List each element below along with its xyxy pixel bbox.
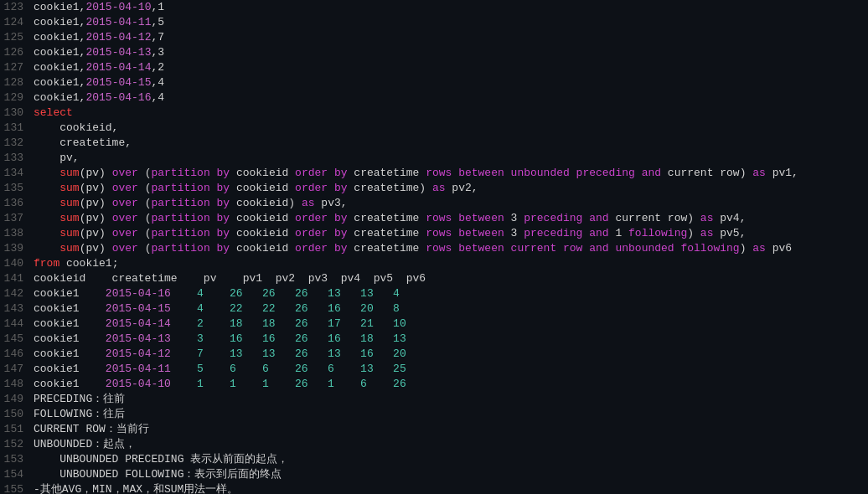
code-token: 2015-04-10 <box>106 378 171 390</box>
table-row: 142cookie1 2015-04-16 4 26 26 26 13 13 4 <box>0 286 868 301</box>
code-token: ( <box>138 197 152 209</box>
code-token: 4 26 26 26 13 13 4 <box>171 287 400 300</box>
line-content: createtime, <box>34 136 861 151</box>
code-token: sum <box>59 227 79 239</box>
code-token: 2015-04-16 <box>106 287 171 300</box>
code-token: row <box>563 242 582 255</box>
code-token: and <box>589 242 608 255</box>
code-token: as <box>752 242 766 255</box>
code-token: pv6 <box>766 242 792 255</box>
code-token: preceding <box>524 227 582 239</box>
line-number: 142 <box>0 286 34 301</box>
code-token: current <box>504 242 563 255</box>
line-number: 134 <box>0 166 34 181</box>
line-number: 140 <box>0 256 34 271</box>
code-token: cookieid <box>230 242 295 255</box>
code-token: rows between <box>426 167 504 179</box>
code-token: order by <box>295 182 347 194</box>
code-token: rows between <box>426 227 504 239</box>
code-token: cookieid <box>230 182 295 194</box>
code-token: createtime) <box>348 182 432 194</box>
table-row: 133 pv, <box>0 151 868 166</box>
code-token <box>34 227 59 239</box>
table-row: 132 createtime, <box>0 136 868 151</box>
table-row: 153 UNBOUNDED PRECEDING 表示从前面的起点， <box>0 452 868 467</box>
code-token: cookieid) <box>230 197 302 209</box>
code-token: as <box>700 227 714 239</box>
code-token: 2015-04-12 <box>85 31 151 44</box>
line-content: cookie1,2015-04-14,2 <box>34 60 861 75</box>
code-token: (pv) <box>80 212 112 224</box>
line-number: 135 <box>0 181 34 196</box>
code-token: ( <box>138 167 152 179</box>
code-token: ) <box>740 242 753 255</box>
line-content: cookie1 2015-04-12 7 13 13 26 13 16 20 <box>34 347 861 362</box>
code-token: 3 <box>504 212 524 224</box>
code-token: cookieid <box>230 212 295 224</box>
code-token: cookie1 <box>34 317 106 330</box>
code-token: 1 <box>609 227 628 239</box>
code-token: createtime <box>348 212 426 224</box>
table-row: 150FOLLOWING：往后 <box>0 407 868 422</box>
code-token: as <box>302 197 315 209</box>
code-token: ( <box>138 182 152 194</box>
line-content: CURRENT ROW：当前行 <box>34 422 861 437</box>
code-token: order by <box>295 242 347 255</box>
line-content: cookie1 2015-04-14 2 18 18 26 17 21 10 <box>34 316 861 332</box>
code-token: sum <box>59 167 79 179</box>
code-token: pv2, <box>446 182 478 194</box>
line-number: 149 <box>0 392 34 407</box>
line-content: FOLLOWING：往后 <box>34 407 861 422</box>
table-row: 140from cookie1; <box>0 256 868 271</box>
table-row: 155-其他AVG，MIN，MAX，和SUM用法一样。 <box>0 482 868 494</box>
code-token <box>34 167 59 179</box>
line-number: 145 <box>0 332 34 347</box>
code-token: sum <box>59 242 79 255</box>
line-content: cookie1,2015-04-11,5 <box>34 15 861 30</box>
line-number: 123 <box>0 0 34 15</box>
line-number: 132 <box>0 136 34 151</box>
table-row: 130select <box>0 105 868 121</box>
code-token: 3 <box>504 227 524 239</box>
code-token: ( <box>138 242 152 255</box>
code-token: partition by <box>151 167 230 179</box>
line-content: sum(pv) over (partition by cookieid orde… <box>34 166 861 181</box>
code-token: cookie1, <box>34 61 85 74</box>
code-token: 2015-04-16 <box>85 91 151 104</box>
line-content: cookie1 2015-04-11 5 6 6 26 6 13 25 <box>34 362 861 377</box>
code-token: pv3, <box>315 197 348 209</box>
code-token: cookie1 <box>34 302 106 315</box>
code-token: preceding <box>524 212 582 224</box>
table-row: 135 sum(pv) over (partition by cookieid … <box>0 181 868 196</box>
code-token: partition by <box>151 212 230 224</box>
table-row: 139 sum(pv) over (partition by cookieid … <box>0 241 868 256</box>
table-row: 152UNBOUNDED：起点， <box>0 437 868 452</box>
code-token: UNBOUNDED FOLLOWING：表示到后面的终点 <box>34 468 282 481</box>
code-token: cookie1 <box>34 287 106 300</box>
code-token: preceding <box>576 167 635 179</box>
code-token: current row) <box>609 212 700 224</box>
code-token <box>34 212 59 224</box>
line-number: 136 <box>0 196 34 211</box>
line-number: 130 <box>0 105 34 121</box>
code-token: cookie1 <box>34 363 106 375</box>
code-token: 2015-04-14 <box>85 61 151 74</box>
code-token: sum <box>59 212 79 224</box>
table-row: 127cookie1,2015-04-14,2 <box>0 60 868 75</box>
line-content: sum(pv) over (partition by cookieid) as … <box>34 196 861 211</box>
code-token: over <box>112 182 138 194</box>
table-row: 129cookie1,2015-04-16,4 <box>0 90 868 105</box>
line-content: cookie1,2015-04-12,7 <box>34 30 861 45</box>
code-token: createtime <box>348 167 426 179</box>
code-token: cookie1, <box>34 46 85 59</box>
code-token: partition by <box>151 182 230 194</box>
code-token: ,4 <box>151 76 164 89</box>
code-token: cookie1; <box>59 257 118 270</box>
code-token: cookieid <box>230 167 295 179</box>
line-content: UNBOUNDED：起点， <box>34 437 861 452</box>
code-token: current row) <box>661 167 752 179</box>
line-content: sum(pv) over (partition by cookieid orde… <box>34 181 861 196</box>
table-row: 141cookieid createtime pv pv1 pv2 pv3 pv… <box>0 271 868 286</box>
line-number: 144 <box>0 316 34 332</box>
line-number: 141 <box>0 271 34 286</box>
